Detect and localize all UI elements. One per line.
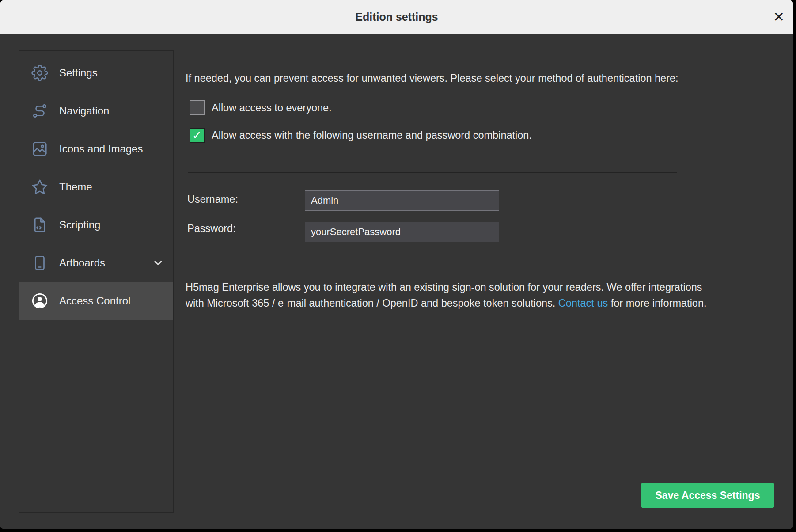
settings-sidebar: Settings Navigation <box>19 50 174 513</box>
chevron-down-icon[interactable] <box>152 257 164 269</box>
auth-intro-text: If needed, you can prevent access for un… <box>186 72 678 84</box>
sidebar-item-label: Settings <box>59 67 98 79</box>
sidebar-item-label: Navigation <box>59 105 109 117</box>
allow-password-checkbox[interactable]: ✓ <box>190 128 205 143</box>
contact-us-link[interactable]: Contact us <box>558 297 608 309</box>
enterprise-text-after: for more information. <box>608 297 706 309</box>
image-icon <box>31 140 49 158</box>
sidebar-item-settings[interactable]: Settings <box>19 54 173 92</box>
route-icon <box>31 102 49 120</box>
allow-everyone-label: Allow access to everyone. <box>212 102 332 114</box>
sidebar-item-label: Icons and Images <box>59 143 143 155</box>
star-icon <box>31 178 49 196</box>
sidebar-item-icons-and-images[interactable]: Icons and Images <box>19 130 173 168</box>
gear-icon <box>31 64 49 82</box>
sidebar-item-artboards[interactable]: Artboards <box>19 244 173 282</box>
edition-settings-dialog: Edition settings ✕ Settings <box>0 0 793 529</box>
dialog-title: Edition settings <box>0 0 793 34</box>
check-icon: ✓ <box>192 129 202 142</box>
close-icon[interactable]: ✕ <box>773 10 785 24</box>
password-label: Password: <box>187 223 236 235</box>
sidebar-item-label: Scripting <box>59 219 100 231</box>
script-file-icon <box>31 216 49 234</box>
allow-everyone-checkbox[interactable] <box>190 100 205 115</box>
enterprise-info-text: H5mag Enterprise allows you to integrate… <box>186 279 713 311</box>
sidebar-item-scripting[interactable]: Scripting <box>19 206 173 244</box>
sidebar-item-theme[interactable]: Theme <box>19 168 173 206</box>
sidebar-item-label: Theme <box>59 181 92 193</box>
allow-password-option: ✓ Allow access with the following userna… <box>190 128 532 143</box>
artboard-icon <box>31 254 49 272</box>
save-access-settings-button[interactable]: Save Access Settings <box>641 483 774 508</box>
username-input[interactable] <box>305 190 499 211</box>
allow-password-label: Allow access with the following username… <box>212 129 532 141</box>
dialog-titlebar: Edition settings ✕ <box>0 0 793 34</box>
sidebar-item-navigation[interactable]: Navigation <box>19 92 173 130</box>
allow-everyone-option: Allow access to everyone. <box>190 100 332 115</box>
sidebar-item-label: Access Control <box>59 295 130 307</box>
user-circle-icon <box>31 292 49 310</box>
password-input[interactable] <box>305 222 499 242</box>
sidebar-item-access-control[interactable]: Access Control <box>19 282 173 320</box>
section-divider <box>188 172 677 173</box>
sidebar-item-label: Artboards <box>59 257 105 269</box>
screen: Edition settings ✕ Settings <box>0 0 796 532</box>
username-label: Username: <box>187 194 238 205</box>
